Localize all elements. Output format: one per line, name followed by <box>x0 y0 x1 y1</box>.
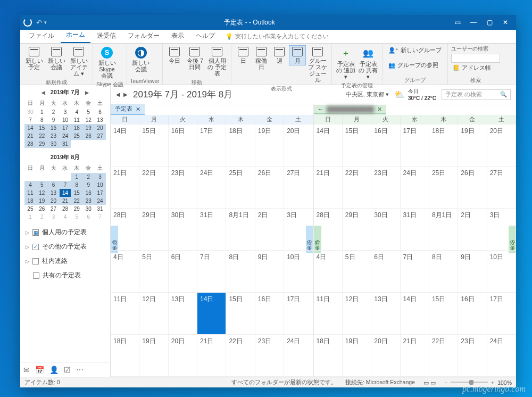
calendar-cell[interactable]: 6日 <box>371 251 400 293</box>
minical-day[interactable]: 16 <box>82 189 94 197</box>
close-tab-icon[interactable]: ✕ <box>377 106 382 112</box>
undo-icon[interactable]: ↶ <box>36 19 42 27</box>
minical-day[interactable]: 19 <box>82 124 94 132</box>
minical-day[interactable] <box>60 173 71 181</box>
tab-home[interactable]: ホーム <box>61 28 90 43</box>
calendar-cell[interactable]: 27日 <box>487 167 516 209</box>
minical-day[interactable]: 20 <box>48 197 60 205</box>
minical-day[interactable]: 29 <box>36 140 48 148</box>
view-week-button[interactable]: 週 <box>271 45 288 65</box>
skype-meeting-button[interactable]: S新しい Skype 会議 <box>96 45 118 80</box>
calendar-cell[interactable]: 24日 <box>284 335 313 377</box>
minical-day[interactable]: 25 <box>71 132 82 140</box>
minical-day[interactable]: 26 <box>36 205 48 213</box>
minical-day[interactable]: 2 <box>82 173 94 181</box>
tab-view[interactable]: 表示 <box>166 29 189 43</box>
calendar-cell[interactable]: 4日 <box>314 251 343 293</box>
minical-day[interactable]: 15 <box>71 189 82 197</box>
minical-day[interactable]: 12 <box>82 116 94 124</box>
calendar-cell[interactable]: 22日 <box>139 167 168 209</box>
minical-day[interactable]: 31 <box>94 205 106 213</box>
close-button[interactable]: ✕ <box>498 17 513 28</box>
prev-month-icon[interactable]: ◀ <box>39 90 47 95</box>
minical-day[interactable]: 17 <box>60 124 71 132</box>
calendar-cell[interactable]: 16日 <box>169 125 197 167</box>
minical-day[interactable]: 1 <box>36 108 48 116</box>
view-day-button[interactable]: 日 <box>235 45 252 65</box>
view-workweek-button[interactable]: 稼働日 <box>253 45 270 72</box>
minical-day[interactable]: 8 <box>36 116 48 124</box>
calendar-group-other[interactable]: ▷✓その他の予定表 <box>23 239 107 254</box>
calendar-cell[interactable]: 29日 <box>139 209 168 251</box>
calendar-cell[interactable]: 19日 <box>255 125 284 167</box>
calendar-cell[interactable]: 23日 <box>169 167 197 209</box>
calendar-cell[interactable]: 14日 <box>197 293 226 335</box>
calendar-cell[interactable]: 26日 <box>458 167 487 209</box>
tab-file[interactable]: ファイル <box>23 29 60 43</box>
calendar-cell[interactable]: 18日 <box>226 125 255 167</box>
minical-day[interactable]: 4 <box>24 181 36 189</box>
minical-day[interactable]: 23 <box>82 197 94 205</box>
mail-icon[interactable]: ✉ <box>23 366 30 374</box>
tell-me[interactable]: 💡 実行したい作業を入力してください <box>221 30 333 43</box>
minical-day[interactable]: 30 <box>24 108 36 116</box>
calendar-cell[interactable]: 16日 <box>255 293 284 335</box>
calendar-cell[interactable]: 9日 <box>458 251 487 293</box>
minical-day[interactable]: 11 <box>24 189 36 197</box>
calendar-tab[interactable]: ←████████████✕ <box>314 105 387 114</box>
calendar-cell[interactable]: 13日 <box>371 293 400 335</box>
sync-icon[interactable] <box>23 18 32 27</box>
minimize-button[interactable]: — <box>466 17 481 28</box>
minical-day[interactable]: 2 <box>48 108 60 116</box>
month-grid[interactable]: 前の予定 次の予定 14日15日16日17日18日19日20日21日22日23日… <box>314 125 517 377</box>
calendar-group-shared[interactable]: 共有の予定表 <box>23 268 107 283</box>
minical-day[interactable]: 9 <box>48 116 60 124</box>
month-grid[interactable]: 前の予定 次の予定 14日15日16日17日18日19日20日21日22日23日… <box>111 125 313 377</box>
calendar-cell[interactable]: 24日 <box>401 167 429 209</box>
calendar-cell[interactable]: 19日 <box>343 335 371 377</box>
people-nav-icon[interactable]: 👤 <box>49 366 59 374</box>
next-period-icon[interactable]: ▶ <box>123 92 128 97</box>
checkbox-icon[interactable]: ▦ <box>32 229 39 236</box>
calendar-search[interactable]: 予定表 の検索 🔍 <box>442 89 511 100</box>
minical-day[interactable]: 4 <box>71 108 82 116</box>
new-items-button[interactable]: 新しい アイテム ▾ <box>68 45 89 78</box>
calendar-cell[interactable]: 23日 <box>255 335 284 377</box>
minical-day[interactable]: 27 <box>94 132 106 140</box>
minical-day[interactable]: 8 <box>71 181 82 189</box>
add-calendar-button[interactable]: ＋予定表の 追加 ▾ <box>335 45 356 81</box>
minical-day[interactable]: 21 <box>24 132 36 140</box>
minical-day[interactable]: 29 <box>71 205 82 213</box>
calendar-cell[interactable]: 19日 <box>139 335 168 377</box>
share-calendar-button[interactable]: 👥予定表の 共有 ▾ <box>358 45 379 81</box>
calendar-cell[interactable]: 6日 <box>169 251 197 293</box>
minical-day[interactable]: 5 <box>82 108 94 116</box>
calendar-cell[interactable]: 10日 <box>487 251 516 293</box>
calendar-cell[interactable]: 14日 <box>111 125 139 167</box>
minical-day[interactable]: 20 <box>94 124 106 132</box>
minical-day[interactable]: 3 <box>60 108 71 116</box>
calendar-cell[interactable]: 20日 <box>284 125 313 167</box>
minical-day[interactable]: 5 <box>71 213 82 221</box>
minical-day[interactable]: 28 <box>24 140 36 148</box>
calendar-cell[interactable]: 30日 <box>371 209 400 251</box>
calendar-cell[interactable]: 7日 <box>197 251 226 293</box>
calendar-cell[interactable]: 21日 <box>401 335 429 377</box>
maximize-button[interactable]: ▢ <box>482 17 497 28</box>
minical-day[interactable]: 21 <box>60 197 71 205</box>
calendar-cell[interactable]: 20日 <box>371 335 400 377</box>
calendar-cell[interactable]: 26日 <box>255 167 284 209</box>
minical-day[interactable] <box>24 173 36 181</box>
calendar-cell[interactable]: 18日 <box>429 125 458 167</box>
calendar-cell[interactable]: 19日 <box>458 125 487 167</box>
calendar-cell[interactable]: 15日 <box>226 293 255 335</box>
minical-day[interactable]: 30 <box>48 140 60 148</box>
minical-day[interactable]: 27 <box>48 205 60 213</box>
calendar-cell[interactable]: 29日 <box>343 209 371 251</box>
prev-period-icon[interactable]: ◀ <box>116 92 120 97</box>
minical-day[interactable]: 19 <box>36 197 48 205</box>
minical-day[interactable]: 10 <box>60 116 71 124</box>
calendar-cell[interactable]: 3日 <box>284 209 313 251</box>
minical-day[interactable]: 4 <box>60 213 71 221</box>
group-schedule-button[interactable]: グループ スケジュール <box>307 45 328 85</box>
